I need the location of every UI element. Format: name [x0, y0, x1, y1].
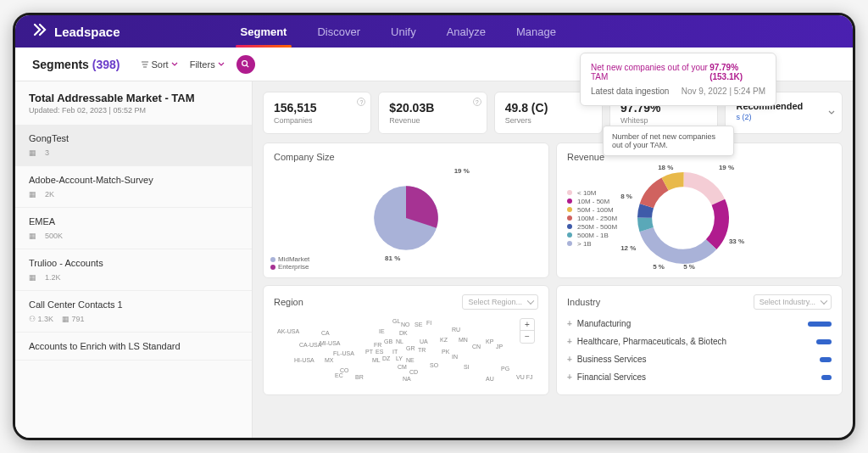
sidebar-item[interactable]: Call Center Contacts 1 ⚇ 1.3K ▦ 791: [15, 291, 252, 333]
sort-label: Sort: [152, 59, 169, 70]
industry-name: Business Services: [577, 355, 647, 364]
nav-manage[interactable]: Manage: [504, 17, 568, 47]
expand-icon: +: [567, 319, 572, 328]
world-map[interactable]: + − AK-USA CA GL IE GB FR NO SE FI RU PT…: [274, 315, 538, 383]
industry-item[interactable]: +Financial Services: [567, 368, 832, 386]
industry-item[interactable]: +Manufacturing: [567, 315, 832, 333]
info-icon[interactable]: ?: [473, 98, 481, 106]
building-icon: ▦: [29, 190, 36, 199]
map-label: PK: [442, 349, 449, 355]
map-label: GR: [406, 345, 415, 351]
map-label: CM: [398, 364, 407, 370]
map-label: KP: [486, 338, 493, 344]
ingestion-popover: Net new companies out of your TAM 97.79%…: [580, 53, 776, 106]
sidebar-item-meta: 791: [72, 315, 85, 323]
nav-unify[interactable]: Unify: [379, 17, 428, 47]
donut-label: 18 %: [658, 164, 673, 171]
chevron-down-icon: [171, 61, 178, 68]
map-label: NL: [396, 338, 403, 344]
legend-label: 100M - 250M: [577, 215, 617, 222]
industry-select[interactable]: Select Industry...: [754, 294, 832, 310]
map-label: FI: [426, 320, 431, 326]
nav-discover[interactable]: Discover: [305, 17, 372, 47]
legend-label: 250M - 500M: [577, 223, 617, 231]
donut-label: 12 %: [620, 244, 636, 252]
map-label: FR: [374, 342, 381, 348]
industry-panel: Industry Select Industry... +Manufacturi…: [556, 285, 843, 395]
sort-button[interactable]: Sort: [141, 59, 178, 70]
sidebar-header: Total Addressable Market - TAM Updated: …: [15, 81, 252, 125]
tablet-frame: Leadspace Segment Discover Unify Analyze…: [13, 13, 855, 440]
region-panel: Region Select Region... + − AK-USA CA GL…: [263, 285, 549, 395]
search-button[interactable]: [236, 55, 255, 74]
industry-name: Manufacturing: [577, 319, 631, 328]
company-size-panel: Company Size 81 % 19 % MidMarket Enterpr…: [263, 143, 549, 278]
sidebar-item-meta: 2K: [45, 190, 54, 199]
kpi-companies: ? 156,515 Companies: [263, 92, 371, 134]
filters-label: Filters: [190, 59, 215, 70]
popover-label-2: Latest data ingestion: [591, 87, 669, 96]
industry-bar: [820, 357, 832, 362]
map-label: GB: [384, 338, 392, 344]
sidebar-item-meta: 500K: [45, 232, 63, 240]
industry-item[interactable]: +Business Services: [567, 350, 832, 368]
sidebar-item[interactable]: Accounts to Enrich with LS Standard: [15, 333, 252, 361]
map-label: AK-USA: [277, 328, 299, 334]
industry-name: Financial Services: [577, 372, 646, 382]
industry-bar: [808, 322, 832, 327]
industry-item[interactable]: +Healthcare, Pharmaceuticals, & Biotech: [567, 333, 832, 350]
map-label: IE: [379, 328, 385, 334]
sidebar: Total Addressable Market - TAM Updated: …: [15, 81, 253, 438]
map-label: CA: [321, 330, 330, 336]
legend-label: 50M - 100M: [577, 206, 614, 214]
zoom-out-button[interactable]: −: [520, 331, 534, 343]
industry-name: Healthcare, Pharmaceuticals, & Biotech: [577, 337, 726, 346]
search-icon: [241, 59, 250, 69]
building-icon: ▦: [29, 273, 36, 282]
zoom-in-button[interactable]: +: [520, 319, 534, 331]
company-size-pie: [364, 176, 448, 260]
map-label: BR: [355, 374, 364, 380]
sidebar-item-meta: 1.3K: [38, 315, 54, 323]
sidebar-updated: Updated: Feb 02, 2023 | 05:52 PM: [29, 106, 238, 115]
map-label: MI-USA: [320, 340, 341, 346]
map-zoom: + −: [520, 318, 535, 344]
donut-label: 8 %: [620, 193, 632, 200]
topbar: Leadspace Segment Discover Unify Analyze…: [15, 15, 853, 48]
map-label: HI-USA: [294, 357, 314, 363]
logo-text: Leadspace: [54, 25, 120, 39]
nav-segment[interactable]: Segment: [229, 17, 299, 47]
nav-analyze[interactable]: Analyze: [435, 17, 498, 47]
kpi-label: Revenue: [389, 116, 476, 125]
map-label: EC: [335, 372, 343, 378]
sidebar-item-name: EMEA: [29, 216, 238, 226]
sidebar-item[interactable]: Trulioo - Accounts ▦1.2K: [15, 249, 252, 291]
legend-label: > 1B: [577, 240, 592, 248]
sidebar-item[interactable]: EMEA ▦500K: [15, 208, 252, 249]
kpi-value: 156,515: [274, 101, 360, 115]
popover-value-2: Nov 9, 2022 | 5:24 PM: [682, 87, 765, 96]
map-label: SE: [415, 322, 422, 327]
kpi-label: Whitesp: [620, 116, 707, 125]
filters-button[interactable]: Filters: [190, 59, 225, 70]
map-label: IT: [392, 349, 398, 355]
popover-label-1: Net new companies out of your TAM: [591, 63, 709, 81]
region-select[interactable]: Select Region...: [462, 294, 538, 310]
sidebar-item-name: Trulioo - Accounts: [29, 258, 238, 268]
pie-label: 81 %: [385, 254, 400, 262]
svg-line-1: [247, 65, 248, 67]
panel-title: Region: [274, 297, 303, 307]
building-icon: ▦: [29, 148, 36, 157]
segments-label: Segments: [32, 58, 89, 71]
expand-icon: +: [567, 337, 572, 346]
sidebar-item[interactable]: GongTest ▦3: [15, 125, 252, 166]
map-label: NE: [406, 357, 415, 363]
kpi-revenue: ? $20.03B Revenue: [378, 92, 487, 134]
info-icon[interactable]: ?: [357, 98, 365, 106]
subbar: Segments (398) Sort Filters Net new comp…: [15, 48, 853, 81]
map-label: SI: [464, 364, 470, 370]
map-label: TR: [418, 347, 426, 353]
building-icon: ▦: [29, 232, 36, 240]
sidebar-item[interactable]: Adobe-Account-Match-Survey ▦2K: [15, 166, 252, 208]
industry-list: +Manufacturing +Healthcare, Pharmaceutic…: [567, 315, 832, 386]
